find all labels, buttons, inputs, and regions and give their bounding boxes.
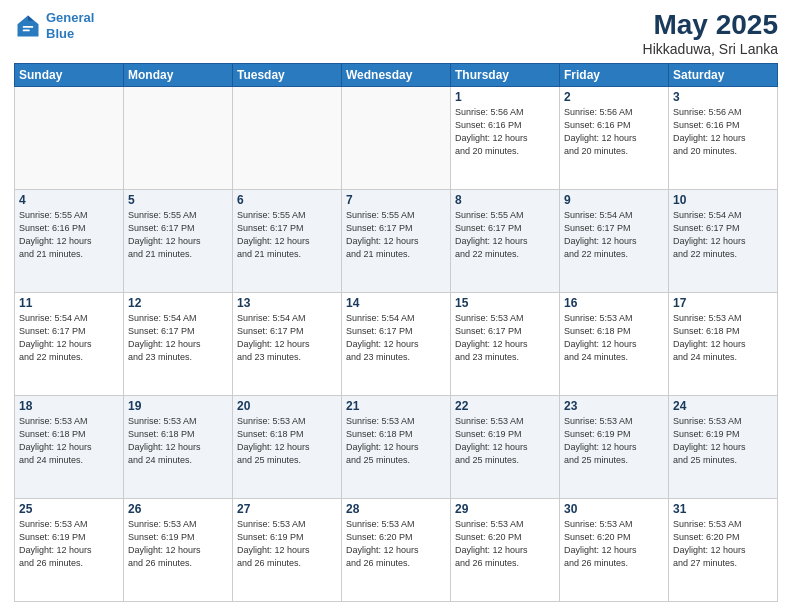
- day-info: Sunrise: 5:55 AM Sunset: 6:16 PM Dayligh…: [19, 209, 119, 261]
- day-info: Sunrise: 5:53 AM Sunset: 6:19 PM Dayligh…: [19, 518, 119, 570]
- calendar-cell-23: 23Sunrise: 5:53 AM Sunset: 6:19 PM Dayli…: [560, 395, 669, 498]
- title-block: May 2025 Hikkaduwa, Sri Lanka: [643, 10, 778, 57]
- calendar-cell-9: 9Sunrise: 5:54 AM Sunset: 6:17 PM Daylig…: [560, 189, 669, 292]
- calendar-cell-27: 27Sunrise: 5:53 AM Sunset: 6:19 PM Dayli…: [233, 498, 342, 601]
- calendar-cell-26: 26Sunrise: 5:53 AM Sunset: 6:19 PM Dayli…: [124, 498, 233, 601]
- day-number: 30: [564, 502, 664, 516]
- logo-text: General Blue: [46, 10, 94, 41]
- calendar-header-wednesday: Wednesday: [342, 63, 451, 86]
- calendar-week-1: 1Sunrise: 5:56 AM Sunset: 6:16 PM Daylig…: [15, 86, 778, 189]
- day-info: Sunrise: 5:54 AM Sunset: 6:17 PM Dayligh…: [564, 209, 664, 261]
- day-info: Sunrise: 5:53 AM Sunset: 6:18 PM Dayligh…: [19, 415, 119, 467]
- day-number: 2: [564, 90, 664, 104]
- subtitle: Hikkaduwa, Sri Lanka: [643, 41, 778, 57]
- calendar-cell-18: 18Sunrise: 5:53 AM Sunset: 6:18 PM Dayli…: [15, 395, 124, 498]
- day-number: 15: [455, 296, 555, 310]
- day-number: 20: [237, 399, 337, 413]
- day-number: 13: [237, 296, 337, 310]
- day-info: Sunrise: 5:55 AM Sunset: 6:17 PM Dayligh…: [346, 209, 446, 261]
- day-info: Sunrise: 5:54 AM Sunset: 6:17 PM Dayligh…: [346, 312, 446, 364]
- calendar-cell-empty: [124, 86, 233, 189]
- calendar-cell-20: 20Sunrise: 5:53 AM Sunset: 6:18 PM Dayli…: [233, 395, 342, 498]
- calendar-cell-7: 7Sunrise: 5:55 AM Sunset: 6:17 PM Daylig…: [342, 189, 451, 292]
- calendar: SundayMondayTuesdayWednesdayThursdayFrid…: [14, 63, 778, 602]
- day-info: Sunrise: 5:54 AM Sunset: 6:17 PM Dayligh…: [128, 312, 228, 364]
- calendar-cell-empty: [233, 86, 342, 189]
- calendar-header-sunday: Sunday: [15, 63, 124, 86]
- svg-rect-2: [23, 26, 34, 28]
- day-info: Sunrise: 5:53 AM Sunset: 6:19 PM Dayligh…: [237, 518, 337, 570]
- calendar-header-friday: Friday: [560, 63, 669, 86]
- day-number: 3: [673, 90, 773, 104]
- day-number: 18: [19, 399, 119, 413]
- calendar-cell-13: 13Sunrise: 5:54 AM Sunset: 6:17 PM Dayli…: [233, 292, 342, 395]
- day-info: Sunrise: 5:56 AM Sunset: 6:16 PM Dayligh…: [673, 106, 773, 158]
- calendar-cell-1: 1Sunrise: 5:56 AM Sunset: 6:16 PM Daylig…: [451, 86, 560, 189]
- day-number: 17: [673, 296, 773, 310]
- calendar-cell-21: 21Sunrise: 5:53 AM Sunset: 6:18 PM Dayli…: [342, 395, 451, 498]
- calendar-week-3: 11Sunrise: 5:54 AM Sunset: 6:17 PM Dayli…: [15, 292, 778, 395]
- day-number: 6: [237, 193, 337, 207]
- calendar-cell-28: 28Sunrise: 5:53 AM Sunset: 6:20 PM Dayli…: [342, 498, 451, 601]
- calendar-cell-31: 31Sunrise: 5:53 AM Sunset: 6:20 PM Dayli…: [669, 498, 778, 601]
- calendar-header-row: SundayMondayTuesdayWednesdayThursdayFrid…: [15, 63, 778, 86]
- day-info: Sunrise: 5:53 AM Sunset: 6:19 PM Dayligh…: [564, 415, 664, 467]
- day-info: Sunrise: 5:53 AM Sunset: 6:17 PM Dayligh…: [455, 312, 555, 364]
- logo-icon: [14, 12, 42, 40]
- main-title: May 2025: [643, 10, 778, 41]
- day-info: Sunrise: 5:55 AM Sunset: 6:17 PM Dayligh…: [128, 209, 228, 261]
- calendar-cell-15: 15Sunrise: 5:53 AM Sunset: 6:17 PM Dayli…: [451, 292, 560, 395]
- svg-rect-3: [23, 29, 30, 31]
- calendar-header-thursday: Thursday: [451, 63, 560, 86]
- calendar-cell-19: 19Sunrise: 5:53 AM Sunset: 6:18 PM Dayli…: [124, 395, 233, 498]
- calendar-cell-29: 29Sunrise: 5:53 AM Sunset: 6:20 PM Dayli…: [451, 498, 560, 601]
- day-info: Sunrise: 5:53 AM Sunset: 6:19 PM Dayligh…: [455, 415, 555, 467]
- day-info: Sunrise: 5:54 AM Sunset: 6:17 PM Dayligh…: [237, 312, 337, 364]
- day-number: 12: [128, 296, 228, 310]
- day-number: 23: [564, 399, 664, 413]
- day-info: Sunrise: 5:53 AM Sunset: 6:19 PM Dayligh…: [128, 518, 228, 570]
- day-number: 4: [19, 193, 119, 207]
- calendar-cell-5: 5Sunrise: 5:55 AM Sunset: 6:17 PM Daylig…: [124, 189, 233, 292]
- day-number: 22: [455, 399, 555, 413]
- day-info: Sunrise: 5:53 AM Sunset: 6:19 PM Dayligh…: [673, 415, 773, 467]
- calendar-cell-22: 22Sunrise: 5:53 AM Sunset: 6:19 PM Dayli…: [451, 395, 560, 498]
- calendar-cell-4: 4Sunrise: 5:55 AM Sunset: 6:16 PM Daylig…: [15, 189, 124, 292]
- calendar-cell-empty: [342, 86, 451, 189]
- day-number: 7: [346, 193, 446, 207]
- day-info: Sunrise: 5:53 AM Sunset: 6:20 PM Dayligh…: [346, 518, 446, 570]
- calendar-cell-30: 30Sunrise: 5:53 AM Sunset: 6:20 PM Dayli…: [560, 498, 669, 601]
- calendar-cell-17: 17Sunrise: 5:53 AM Sunset: 6:18 PM Dayli…: [669, 292, 778, 395]
- day-info: Sunrise: 5:53 AM Sunset: 6:18 PM Dayligh…: [346, 415, 446, 467]
- day-number: 9: [564, 193, 664, 207]
- calendar-cell-6: 6Sunrise: 5:55 AM Sunset: 6:17 PM Daylig…: [233, 189, 342, 292]
- header: General Blue May 2025 Hikkaduwa, Sri Lan…: [14, 10, 778, 57]
- calendar-cell-2: 2Sunrise: 5:56 AM Sunset: 6:16 PM Daylig…: [560, 86, 669, 189]
- day-number: 1: [455, 90, 555, 104]
- day-info: Sunrise: 5:53 AM Sunset: 6:20 PM Dayligh…: [455, 518, 555, 570]
- calendar-cell-24: 24Sunrise: 5:53 AM Sunset: 6:19 PM Dayli…: [669, 395, 778, 498]
- page: General Blue May 2025 Hikkaduwa, Sri Lan…: [0, 0, 792, 612]
- day-info: Sunrise: 5:53 AM Sunset: 6:18 PM Dayligh…: [128, 415, 228, 467]
- calendar-cell-11: 11Sunrise: 5:54 AM Sunset: 6:17 PM Dayli…: [15, 292, 124, 395]
- calendar-header-saturday: Saturday: [669, 63, 778, 86]
- calendar-week-2: 4Sunrise: 5:55 AM Sunset: 6:16 PM Daylig…: [15, 189, 778, 292]
- calendar-header-tuesday: Tuesday: [233, 63, 342, 86]
- day-number: 28: [346, 502, 446, 516]
- day-number: 26: [128, 502, 228, 516]
- calendar-cell-8: 8Sunrise: 5:55 AM Sunset: 6:17 PM Daylig…: [451, 189, 560, 292]
- calendar-cell-empty: [15, 86, 124, 189]
- day-number: 16: [564, 296, 664, 310]
- day-number: 8: [455, 193, 555, 207]
- calendar-cell-10: 10Sunrise: 5:54 AM Sunset: 6:17 PM Dayli…: [669, 189, 778, 292]
- calendar-cell-12: 12Sunrise: 5:54 AM Sunset: 6:17 PM Dayli…: [124, 292, 233, 395]
- calendar-cell-25: 25Sunrise: 5:53 AM Sunset: 6:19 PM Dayli…: [15, 498, 124, 601]
- day-number: 29: [455, 502, 555, 516]
- day-number: 24: [673, 399, 773, 413]
- calendar-week-4: 18Sunrise: 5:53 AM Sunset: 6:18 PM Dayli…: [15, 395, 778, 498]
- day-info: Sunrise: 5:53 AM Sunset: 6:18 PM Dayligh…: [673, 312, 773, 364]
- day-number: 21: [346, 399, 446, 413]
- day-number: 10: [673, 193, 773, 207]
- day-info: Sunrise: 5:56 AM Sunset: 6:16 PM Dayligh…: [564, 106, 664, 158]
- day-number: 31: [673, 502, 773, 516]
